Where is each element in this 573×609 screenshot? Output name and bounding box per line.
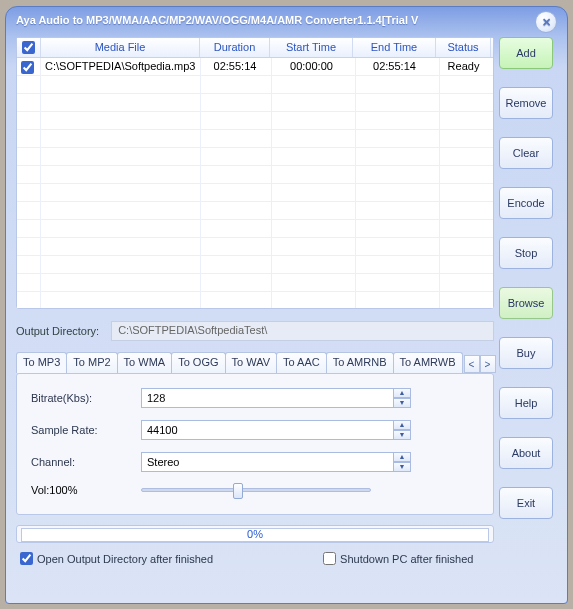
cell-status: Ready [436,58,491,76]
grid-header-media[interactable]: Media File [41,38,200,57]
content-area: Add Remove Clear Encode Stop Browse Buy … [16,37,557,595]
tab-to-wma[interactable]: To WMA [117,352,173,373]
settings-panel: Bitrate(Kbs): ▲ ▼ Sample Rate: ▲ [16,373,494,515]
add-button[interactable]: Add [499,37,553,69]
channel-label: Channel: [31,456,141,468]
open-output-option[interactable]: Open Output Directory after finished [20,552,213,565]
progress-label: 0% [17,528,493,540]
channel-up[interactable]: ▲ [393,452,411,462]
footer: Open Output Directory after finished Shu… [16,549,494,568]
bitrate-row: Bitrate(Kbs): ▲ ▼ [31,388,479,408]
channel-input[interactable] [141,452,393,472]
bitrate-input[interactable] [141,388,393,408]
output-dir-row: Output Directory: C:\SOFTPEDIA\Softpedia… [16,321,494,341]
encode-button[interactable]: Encode [499,187,553,219]
bitrate-label: Bitrate(Kbs): [31,392,141,404]
volume-label: Vol:100% [31,484,141,496]
sample-down[interactable]: ▼ [393,430,411,440]
tab-scroll-left[interactable]: < [464,355,480,373]
grid-header-check[interactable] [17,38,41,57]
open-output-label: Open Output Directory after finished [37,553,213,565]
window-title: Aya Audio to MP3/WMA/AAC/MP2/WAV/OGG/M4A… [16,14,418,26]
sample-input[interactable] [141,420,393,440]
help-button[interactable]: Help [499,387,553,419]
tab-to-amrnb[interactable]: To AMRNB [326,352,394,373]
about-button[interactable]: About [499,437,553,469]
grid-body[interactable]: C:\SOFTPEDIA\Softpedia.mp3 02:55:14 00:0… [17,58,493,308]
bitrate-up[interactable]: ▲ [393,388,411,398]
volume-thumb[interactable] [233,483,243,499]
open-output-checkbox[interactable] [20,552,33,565]
cell-start: 00:00:00 [270,58,353,76]
grid-header-start[interactable]: Start Time [270,38,353,57]
exit-button[interactable]: Exit [499,487,553,519]
bitrate-down[interactable]: ▼ [393,398,411,408]
clear-button[interactable]: Clear [499,137,553,169]
sample-up[interactable]: ▲ [393,420,411,430]
tab-to-aac[interactable]: To AAC [276,352,327,373]
table-row[interactable]: C:\SOFTPEDIA\Softpedia.mp3 02:55:14 00:0… [17,58,493,76]
volume-row: Vol:100% [31,484,479,496]
shutdown-label: Shutdown PC after finished [340,553,473,565]
tab-to-ogg[interactable]: To OGG [171,352,225,373]
channel-down[interactable]: ▼ [393,462,411,472]
grid-header-duration[interactable]: Duration [200,38,270,57]
tab-scroller: < > [464,355,496,373]
progress-bar: 0% [16,525,494,543]
side-buttons: Add Remove Clear Encode Stop Browse Buy … [499,37,557,595]
close-button[interactable]: ✕ [535,11,557,33]
volume-slider[interactable] [141,488,371,492]
select-all-checkbox[interactable] [22,41,35,54]
row-checkbox[interactable] [21,61,34,74]
tab-to-mp2[interactable]: To MP2 [66,352,117,373]
main-column: Media File Duration Start Time End Time … [16,37,494,595]
output-dir-field[interactable]: C:\SOFTPEDIA\SoftpediaTest\ [111,321,494,341]
cell-duration: 02:55:14 [200,58,270,76]
file-grid: Media File Duration Start Time End Time … [16,37,494,309]
shutdown-checkbox[interactable] [323,552,336,565]
remove-button[interactable]: Remove [499,87,553,119]
tab-to-amrwb[interactable]: To AMRWB [393,352,463,373]
gridlines [17,58,493,308]
tab-to-wav[interactable]: To WAV [225,352,278,373]
channel-spinner: ▲ ▼ [141,452,411,472]
format-tabs: To MP3 To MP2 To WMA To OGG To WAV To AA… [16,351,494,373]
stop-button[interactable]: Stop [499,237,553,269]
browse-button[interactable]: Browse [499,287,553,319]
shutdown-option[interactable]: Shutdown PC after finished [323,552,473,565]
grid-header-status[interactable]: Status [436,38,491,57]
channel-row: Channel: ▲ ▼ [31,452,479,472]
app-window: Aya Audio to MP3/WMA/AAC/MP2/WAV/OGG/M4A… [5,6,568,604]
sample-label: Sample Rate: [31,424,141,436]
cell-end: 02:55:14 [353,58,436,76]
tab-to-mp3[interactable]: To MP3 [16,352,67,373]
sample-spinner: ▲ ▼ [141,420,411,440]
tab-scroll-right[interactable]: > [480,355,496,373]
cell-media: C:\SOFTPEDIA\Softpedia.mp3 [41,58,200,76]
close-icon: ✕ [542,16,551,28]
titlebar[interactable]: Aya Audio to MP3/WMA/AAC/MP2/WAV/OGG/M4A… [6,7,567,35]
grid-header: Media File Duration Start Time End Time … [17,38,493,58]
grid-header-end[interactable]: End Time [353,38,436,57]
buy-button[interactable]: Buy [499,337,553,369]
sample-row: Sample Rate: ▲ ▼ [31,420,479,440]
output-dir-label: Output Directory: [16,325,99,337]
bitrate-spinner: ▲ ▼ [141,388,411,408]
